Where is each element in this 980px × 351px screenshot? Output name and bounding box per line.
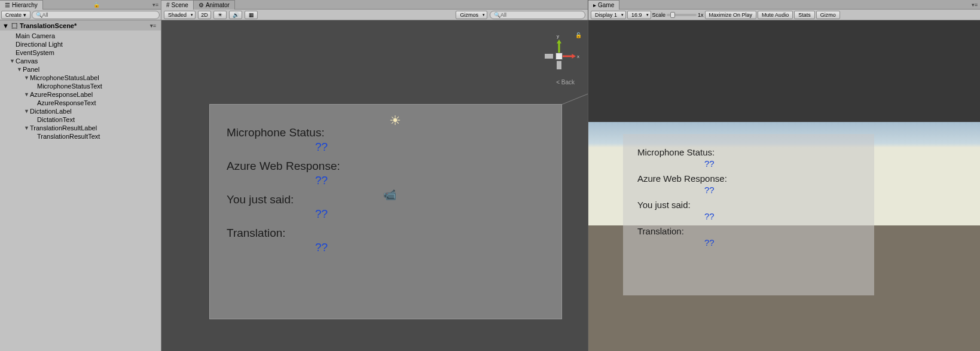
shading-mode-dropdown[interactable]: Shaded — [164, 11, 196, 19]
game-canvas-panel: Microphone Status: ?? Azure Web Response… — [623, 134, 874, 295]
hierarchy-item-label: TranslationResultText — [37, 133, 100, 140]
hierarchy-item-translationresultlabel[interactable]: ▼TranslationResultLabel — [0, 124, 161, 132]
directional-light-gizmo-icon[interactable]: ☀ — [389, 113, 401, 129]
aspect-dropdown[interactable]: 16:9 — [627, 11, 651, 19]
scene-tab-bar: # Scene ⚙ Animator — [161, 0, 588, 10]
hierarchy-item-canvas[interactable]: ▼Canvas — [0, 57, 161, 65]
chevron-icon[interactable]: ▼ — [10, 58, 16, 64]
game-tab-icon: ▸ — [593, 2, 596, 8]
hierarchy-item-label: MicrophoneStatusLabel — [30, 74, 99, 81]
unity-logo-icon: ⬚ — [11, 22, 17, 29]
game-tab[interactable]: ▸ Game — [588, 0, 619, 10]
maximize-on-play-toggle[interactable]: Maximize On Play — [705, 11, 757, 19]
2d-toggle[interactable]: 2D — [198, 11, 211, 19]
sun-icon: ☀ — [218, 12, 222, 18]
hierarchy-item-main-camera[interactable]: Main Camera — [0, 32, 161, 40]
slider-thumb[interactable] — [670, 12, 675, 18]
camera-gizmo-icon[interactable]: 📹 — [383, 188, 396, 202]
panel-menu-icon[interactable]: ▾≡ — [152, 2, 161, 8]
canvas-panel[interactable]: ☀ 📹 Microphone Status: ?? Azure Web Resp… — [209, 104, 562, 319]
game-mic-status-value: ?? — [704, 158, 860, 169]
hierarchy-item-label: Panel — [23, 66, 39, 73]
hierarchy-item-dictationtext[interactable]: DictationText — [0, 115, 161, 124]
orientation-gizmo[interactable]: y x — [541, 38, 577, 74]
game-view-panel: ▸ Game ▾≡ Display 1 16:9 Scale 1x Maximi… — [588, 0, 980, 351]
image-icon: ▦ — [249, 12, 254, 18]
gizmo-neg-y — [557, 61, 561, 69]
stats-toggle[interactable]: Stats — [794, 11, 815, 19]
chevron-icon[interactable]: ▼ — [24, 91, 30, 97]
lock-icon[interactable]: 🔒 — [93, 2, 102, 8]
hierarchy-item-microphonestatuslabel[interactable]: ▼MicrophoneStatusLabel — [0, 74, 161, 82]
hierarchy-item-label: MicrophoneStatusText — [37, 83, 102, 90]
azure-response-value: ?? — [315, 174, 545, 187]
scene-tab-icon: # — [166, 2, 170, 8]
lighting-toggle[interactable]: ☀ — [213, 11, 227, 19]
scene-menu-icon[interactable]: ▾≡ — [150, 23, 158, 29]
create-button[interactable]: Create ▾ — [1, 11, 30, 19]
game-dictation-value: ?? — [704, 211, 860, 221]
hierarchy-item-directional-light[interactable]: Directional Light — [0, 40, 161, 48]
mic-status-label: Microphone Status: — [227, 126, 545, 139]
hierarchy-item-label: AzureResponseLabel — [30, 91, 93, 98]
game-mic-status-label: Microphone Status: — [637, 147, 860, 157]
hierarchy-item-panel[interactable]: ▼Panel — [0, 65, 161, 74]
hierarchy-item-label: EventSystem — [16, 49, 54, 56]
mute-audio-toggle[interactable]: Mute Audio — [758, 11, 793, 19]
gizmo-back-label: < Back — [556, 79, 575, 86]
hierarchy-item-label: AzureResponseText — [37, 99, 96, 106]
scale-slider[interactable] — [667, 14, 697, 16]
hierarchy-item-label: Canvas — [16, 57, 38, 65]
game-translation-value: ?? — [704, 237, 860, 248]
chevron-icon[interactable]: ▼ — [24, 108, 30, 114]
fx-toggle[interactable]: ▦ — [245, 11, 258, 19]
chevron-icon[interactable]: ▼ — [17, 66, 23, 72]
hierarchy-item-azureresponselabel[interactable]: ▼AzureResponseLabel — [0, 90, 161, 99]
game-azure-response-value: ?? — [704, 185, 860, 195]
hierarchy-tab[interactable]: ☰ Hierarchy — [0, 0, 43, 10]
hierarchy-tab-bar: ☰ Hierarchy 🔒 ▾≡ — [0, 0, 161, 10]
scene-search[interactable]: 🔍All — [490, 11, 585, 19]
chevron-down-icon: ▼ — [2, 22, 9, 29]
gizmos-toggle[interactable]: Gizmo — [816, 11, 840, 19]
game-dictation-label: You just said: — [637, 200, 860, 210]
chevron-icon[interactable]: ▼ — [24, 75, 30, 81]
scene-toolbar: Shaded 2D ☀ 🔊 ▦ Gizmos 🔍All — [161, 10, 588, 20]
gizmo-center — [555, 53, 563, 60]
hierarchy-toolbar: Create ▾ 🔍All — [0, 10, 161, 20]
scene-row[interactable]: ▼ ⬚ TranslationScene* ▾≡ — [0, 20, 161, 30]
gizmos-dropdown[interactable]: Gizmos — [456, 11, 487, 19]
hierarchy-search[interactable]: 🔍All — [32, 11, 160, 19]
scale-value: 1x — [698, 12, 704, 18]
game-tab-bar: ▸ Game ▾≡ — [588, 0, 980, 10]
hierarchy-panel: ☰ Hierarchy 🔒 ▾≡ Create ▾ 🔍All ▼ ⬚ Trans… — [0, 0, 161, 351]
scene-name: TranslationScene* — [20, 22, 77, 29]
scene-tab[interactable]: # Scene — [161, 0, 194, 10]
gizmo-x-axis — [563, 54, 576, 59]
animator-tab[interactable]: ⚙ Animator — [194, 0, 235, 10]
game-panel-menu-icon[interactable]: ▾≡ — [972, 2, 980, 8]
gizmo-y-label: y — [557, 33, 559, 39]
hierarchy-item-label: DictationText — [37, 116, 75, 123]
gizmo-x-label: x — [577, 54, 579, 59]
scene-viewport[interactable]: ☀ 📹 Microphone Status: ?? Azure Web Resp… — [161, 20, 588, 351]
scale-label: Scale — [652, 12, 666, 18]
hierarchy-tab-icon: ☰ — [5, 2, 10, 8]
hierarchy-item-azureresponsetext[interactable]: AzureResponseText — [0, 99, 161, 107]
audio-toggle[interactable]: 🔊 — [229, 11, 242, 19]
speaker-icon: 🔊 — [233, 12, 239, 18]
hierarchy-item-dictationlabel[interactable]: ▼DictationLabel — [0, 107, 161, 115]
gizmo-lock-icon[interactable]: 🔓 — [575, 32, 582, 38]
display-dropdown[interactable]: Display 1 — [591, 11, 626, 19]
hierarchy-item-label: Main Camera — [16, 32, 55, 39]
animator-tab-icon: ⚙ — [199, 2, 204, 8]
hierarchy-item-label: Directional Light — [16, 41, 63, 48]
hierarchy-item-label: DictationLabel — [30, 108, 72, 115]
chevron-icon[interactable]: ▼ — [24, 125, 30, 131]
hierarchy-item-translationresulttext[interactable]: TranslationResultText — [0, 132, 161, 141]
game-azure-response-label: Azure Web Response: — [637, 173, 860, 184]
mic-status-value: ?? — [315, 141, 545, 154]
hierarchy-item-microphonestatustext[interactable]: MicrophoneStatusText — [0, 82, 161, 90]
gizmo-neg-x — [545, 54, 553, 59]
hierarchy-item-eventsystem[interactable]: EventSystem — [0, 48, 161, 57]
